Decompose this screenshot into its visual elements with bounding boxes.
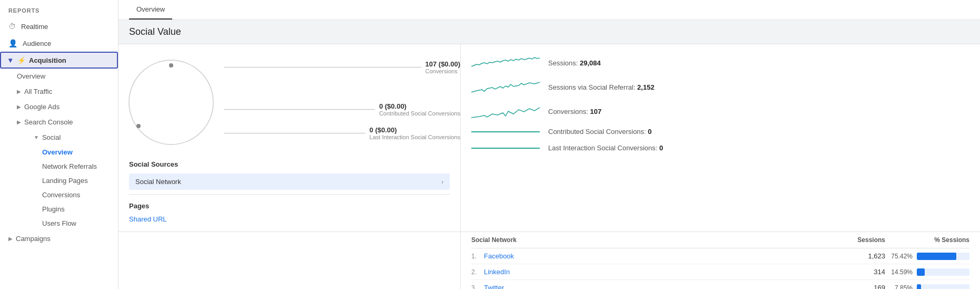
conversions-value: 107 — [590, 108, 601, 115]
sessions-stat-text: Sessions: 29,084 — [548, 59, 601, 67]
left-panel: 107 ($0.00) Conversions 0 ($0.00) Contri… — [118, 44, 461, 232]
contributed-label: Contributed Social Conversions: — [548, 128, 648, 136]
sidebar-realtime-label: Realtime — [21, 23, 48, 31]
social-referral-label: Sessions via Social Referral: — [548, 83, 637, 91]
social-network-label: Social Network — [135, 178, 181, 186]
row-bar-fill-linkedin — [917, 268, 925, 276]
conversions-label: Conversions — [42, 191, 80, 199]
bottom-area: Social Network Sessions % Sessions 1. Fa… — [118, 232, 980, 289]
sparkline-social-referral — [471, 79, 540, 95]
main-content: Overview Social Value — [118, 0, 980, 289]
content-area: 107 ($0.00) Conversions 0 ($0.00) Contri… — [118, 44, 980, 232]
expand-icon-campaigns: ▶ — [8, 236, 13, 242]
svg-point-1 — [169, 63, 173, 68]
funnel-lines: 107 ($0.00) Conversions 0 ($0.00) Contri… — [224, 50, 460, 155]
sidebar: REPORTS ⏱ Realtime 👤 Audience ▾ ⚡ Acquis… — [0, 0, 118, 289]
row-name-facebook[interactable]: Facebook — [484, 252, 833, 260]
sidebar-item-plugins[interactable]: Plugins — [42, 202, 118, 216]
pages-title: Pages — [129, 202, 450, 210]
google-ads-label: Google Ads — [24, 103, 60, 111]
funnel-sublabel-1: Conversions — [425, 68, 461, 74]
table-row: 1. Facebook 1,623 75.42% — [471, 248, 969, 264]
funnel-sublabel-2: Contributed Social Conversions — [379, 110, 460, 117]
col-sessions-header: Sessions — [833, 236, 885, 244]
sidebar-item-audience[interactable]: 👤 Audience — [0, 35, 118, 52]
stat-row-contributed: Contributed Social Conversions: 0 — [471, 128, 969, 136]
landing-pages-label: Landing Pages — [42, 177, 88, 185]
sidebar-item-social-overview[interactable]: Overview — [42, 145, 118, 159]
sidebar-item-overview[interactable]: Overview — [17, 69, 118, 84]
shared-url-link[interactable]: Shared URL — [129, 215, 167, 223]
row-pct-bar-linkedin: 14.59% — [885, 268, 969, 276]
last-interaction-stat-text: Last Interaction Social Conversions: 0 — [548, 144, 663, 152]
row-bar-fill-twitter — [917, 284, 921, 290]
social-label: Social — [42, 133, 61, 141]
social-referral-value: 2,152 — [637, 83, 655, 91]
audience-icon: 👤 — [8, 39, 17, 47]
row-pct-bar-twitter: 7.85% — [885, 284, 969, 290]
sidebar-item-google-ads[interactable]: ▶ Google Ads — [17, 99, 118, 114]
social-section: ▼ Social Overview Network Referrals Land… — [17, 130, 118, 230]
table-row: 3. Twitter 169 7.85% — [471, 280, 969, 289]
sidebar-item-landing-pages[interactable]: Landing Pages — [42, 174, 118, 188]
stats-area: Sessions: 29,084 Sessions via Social Ref… — [461, 44, 980, 232]
funnel-value-2: 0 ($0.00) — [379, 102, 460, 110]
row-name-twitter[interactable]: Twitter — [484, 284, 833, 289]
row-bar-bg-twitter — [917, 284, 969, 290]
sidebar-item-search-console[interactable]: ▶ Search Console — [17, 114, 118, 130]
row-num-1: 1. — [471, 253, 484, 260]
funnel-label-3: 0 ($0.00) Last Interaction Social Conver… — [370, 126, 460, 140]
bottom-left — [118, 232, 461, 289]
tab-overview[interactable]: Overview — [129, 0, 172, 20]
social-network-row[interactable]: Social Network › — [129, 174, 450, 190]
row-num-3: 3. — [471, 284, 484, 290]
expand-icon-all-traffic: ▶ — [17, 89, 21, 94]
reports-label: REPORTS — [0, 0, 118, 18]
search-console-label: Search Console — [24, 118, 73, 126]
chevron-right-icon: › — [441, 178, 443, 186]
row-sessions-twitter: 169 — [833, 284, 885, 289]
conversions-stat-text: Conversions: 107 — [548, 108, 601, 115]
sidebar-item-acquisition[interactable]: ▾ ⚡ Acquisition — [0, 52, 118, 69]
network-table: Social Network Sessions % Sessions 1. Fa… — [461, 232, 980, 289]
row-pct-linkedin: 14.59% — [891, 268, 913, 276]
contributed-stat-text: Contributed Social Conversions: 0 — [548, 128, 652, 136]
row-name-linkedin[interactable]: LinkedIn — [484, 268, 833, 276]
social-sources-section: Social Sources Social Network › Pages Sh… — [118, 160, 460, 232]
funnel-sublabel-3: Last Interaction Social Conversions — [370, 134, 460, 140]
social-sources-title: Social Sources — [129, 160, 450, 168]
col-network-header: Social Network — [471, 236, 833, 244]
funnel-line-bar-2 — [224, 109, 375, 110]
network-referrals-label: Network Referrals — [42, 162, 97, 170]
funnel-line-conversions: 107 ($0.00) Conversions — [224, 60, 460, 74]
acquisition-submenu: Overview ▶ All Traffic ▶ Google Ads ▶ Se… — [0, 69, 118, 230]
conversions-label: Conversions: — [548, 108, 590, 115]
sparkline-conversions — [471, 103, 540, 119]
sidebar-item-conversions[interactable]: Conversions — [42, 188, 118, 202]
sidebar-item-social[interactable]: ▼ Social — [34, 130, 118, 145]
col-pct-sessions-header: % Sessions — [885, 236, 969, 244]
funnel-line-contributed: 0 ($0.00) Contributed Social Conversions — [224, 102, 460, 117]
sparkline-sessions — [471, 55, 540, 71]
users-flow-label: Users Flow — [42, 219, 76, 227]
sidebar-item-network-referrals[interactable]: Network Referrals — [42, 159, 118, 174]
acquisition-node-icon: ⚡ — [17, 56, 26, 64]
sidebar-item-campaigns[interactable]: ▶ Campaigns — [0, 230, 118, 247]
flat-line-last-interaction — [471, 148, 540, 149]
pages-section: Pages Shared URL — [129, 202, 450, 223]
svg-point-2 — [136, 124, 141, 128]
row-bar-bg-linkedin — [917, 268, 969, 276]
table-header: Social Network Sessions % Sessions — [471, 232, 969, 248]
funnel-value-1: 107 ($0.00) — [425, 60, 461, 68]
stat-row-social-referral: Sessions via Social Referral: 2,152 — [471, 79, 969, 95]
flat-line-contributed — [471, 131, 540, 132]
plugins-label: Plugins — [42, 205, 65, 213]
sidebar-item-users-flow[interactable]: Users Flow — [42, 216, 118, 230]
stat-row-last-interaction: Last Interaction Social Conversions: 0 — [471, 144, 969, 152]
tab-bar: Overview — [118, 0, 980, 20]
funnel-line-bar-3 — [224, 133, 365, 133]
sidebar-item-realtime[interactable]: ⏱ Realtime — [0, 18, 118, 35]
funnel-circle-svg — [118, 50, 224, 155]
acquisition-icon: ▾ — [8, 56, 12, 64]
sidebar-item-all-traffic[interactable]: ▶ All Traffic — [17, 84, 118, 99]
